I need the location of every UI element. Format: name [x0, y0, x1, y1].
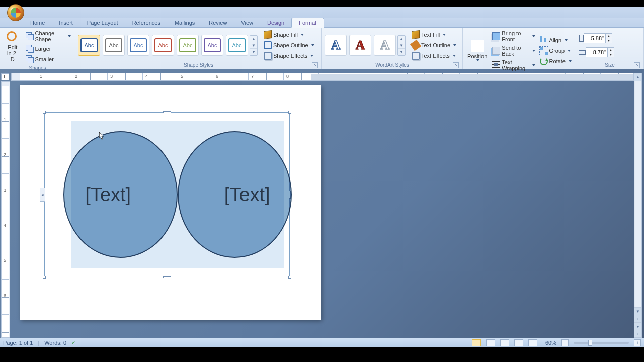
shape-style-item[interactable]: Abc: [226, 35, 248, 56]
position-button[interactable]: Position: [465, 39, 489, 63]
text-effects-button[interactable]: Text Effects: [410, 51, 458, 61]
rotate-button[interactable]: Rotate: [538, 56, 573, 66]
shape-fill-button[interactable]: Shape Fill: [262, 30, 316, 40]
tab-references[interactable]: References: [125, 18, 168, 27]
venn-diagram[interactable]: [Text] [Text]: [75, 131, 280, 258]
scroll-down-icon[interactable]: ▼: [634, 307, 641, 315]
status-page[interactable]: Page: 1 of 1: [3, 340, 33, 346]
wrap-icon: [492, 61, 500, 69]
prev-page-icon[interactable]: ◦: [634, 315, 641, 322]
text-fill-button[interactable]: Text Fill: [410, 30, 458, 40]
horizontal-ruler[interactable]: 12345678: [11, 73, 634, 81]
gallery-more-icon[interactable]: ▾: [250, 49, 257, 55]
venn-circle-left[interactable]: [Text]: [63, 131, 178, 258]
width-input[interactable]: [586, 47, 608, 57]
shape-style-gallery[interactable]: AbcAbcAbcAbcAbcAbcAbc: [78, 35, 248, 56]
dialog-launcher-icon[interactable]: ↘: [453, 62, 459, 68]
wordart-style-item[interactable]: A: [374, 35, 396, 56]
dialog-launcher-icon[interactable]: ↘: [312, 62, 318, 68]
scroll-up-icon[interactable]: ▲: [634, 73, 641, 81]
tab-home[interactable]: Home: [23, 18, 52, 27]
zoom-in-button[interactable]: +: [634, 339, 641, 346]
status-words[interactable]: Words: 0: [44, 340, 66, 346]
shape-style-item[interactable]: Abc: [201, 35, 223, 56]
tab-selector[interactable]: L: [1, 73, 9, 80]
shape-style-item[interactable]: Abc: [78, 35, 100, 56]
group-label-wordart: WordArt Styles ↘: [325, 61, 460, 69]
office-button[interactable]: [7, 4, 24, 21]
smaller-button[interactable]: Smaller: [24, 54, 72, 64]
shape-style-item[interactable]: Abc: [103, 35, 125, 56]
text-wrapping-button[interactable]: Text Wrapping: [491, 58, 536, 72]
height-icon: [579, 35, 584, 42]
send-back-icon: [492, 47, 500, 55]
resize-handle[interactable]: [43, 111, 46, 114]
wordart-style-item[interactable]: A: [349, 35, 371, 56]
shape-style-item[interactable]: Abc: [177, 35, 199, 56]
vertical-scrollbar[interactable]: ▲ ▼ ◦ ● ◦: [634, 73, 642, 338]
send-to-back-button[interactable]: Send to Back: [491, 44, 536, 58]
shape-style-item[interactable]: Abc: [152, 35, 174, 56]
view-draft[interactable]: [528, 339, 537, 346]
group-button[interactable]: Group: [538, 46, 573, 56]
view-outline[interactable]: [514, 339, 523, 346]
change-shape-button[interactable]: Change Shape: [24, 29, 72, 43]
vertical-ruler[interactable]: 123456: [1, 81, 10, 338]
tab-view[interactable]: View: [234, 18, 260, 27]
resize-handle[interactable]: [163, 111, 171, 113]
resize-handle[interactable]: [163, 276, 171, 278]
view-web-layout[interactable]: [500, 339, 509, 346]
zoom-level[interactable]: 60%: [545, 340, 556, 346]
gallery-down-icon[interactable]: ▼: [250, 42, 257, 49]
tab-insert[interactable]: Insert: [52, 18, 80, 27]
dialog-launcher-icon[interactable]: ↘: [634, 62, 640, 68]
wordart-gallery[interactable]: AAA: [325, 35, 396, 56]
smaller-icon: [26, 55, 34, 63]
tab-design[interactable]: Design: [260, 18, 291, 27]
align-icon: [540, 36, 548, 44]
spellcheck-icon[interactable]: ✓: [71, 339, 76, 346]
shape-width-field[interactable]: ▲▼: [579, 47, 614, 57]
shape-outline-button[interactable]: Shape Outline: [262, 40, 316, 50]
resize-handle[interactable]: [288, 276, 291, 279]
tab-review[interactable]: Review: [202, 18, 234, 27]
resize-handle[interactable]: [43, 276, 46, 279]
shape-style-item[interactable]: Abc: [127, 35, 149, 56]
gallery-up-icon[interactable]: ▲: [250, 36, 257, 42]
browse-object-icon[interactable]: ●: [634, 322, 641, 330]
text-pane-toggle[interactable]: ◂: [40, 188, 45, 202]
smartart-frame[interactable]: ◂ [Text] [Text]: [44, 112, 290, 277]
height-input[interactable]: [584, 33, 606, 43]
zoom-out-button[interactable]: −: [561, 339, 569, 346]
zoom-slider[interactable]: [574, 342, 629, 344]
group-label-shape-styles: Shape Styles ↘: [78, 61, 319, 69]
larger-button[interactable]: Larger: [24, 44, 72, 54]
venn-text-right[interactable]: [Text]: [224, 184, 270, 206]
bucket-icon: [264, 30, 272, 39]
shape-height-field[interactable]: ▲▼: [579, 33, 612, 43]
gallery-scroll[interactable]: ▲ ▼ ▾: [250, 35, 258, 56]
shape-effects-button[interactable]: Shape Effects: [262, 51, 316, 61]
tab-format[interactable]: Format: [291, 18, 324, 28]
wordart-gallery-scroll[interactable]: ▲▼▾: [397, 35, 406, 56]
view-print-layout[interactable]: [472, 339, 481, 346]
tab-mailings[interactable]: Mailings: [168, 18, 202, 27]
next-page-icon[interactable]: ◦: [634, 330, 641, 337]
effects-icon: [264, 52, 272, 60]
align-button[interactable]: Align: [538, 35, 573, 45]
height-spinner[interactable]: ▲▼: [606, 33, 612, 43]
bring-to-front-button[interactable]: Bring to Front: [491, 29, 536, 43]
text-outline-button[interactable]: Text Outline: [410, 40, 458, 50]
width-spinner[interactable]: ▲▼: [608, 47, 614, 57]
wordart-style-item[interactable]: A: [325, 35, 347, 56]
venn-circle-right[interactable]: [Text]: [178, 131, 292, 258]
group-icon: [540, 47, 548, 55]
edit-in-2d-button[interactable]: Edit in 2-D: [3, 30, 23, 64]
resize-handle[interactable]: [288, 111, 291, 114]
document-page[interactable]: ◂ [Text] [Text]: [20, 85, 321, 320]
smartart-canvas[interactable]: [Text] [Text]: [71, 121, 284, 268]
view-full-screen[interactable]: [486, 339, 495, 346]
tab-page-layout[interactable]: Page Layout: [80, 18, 125, 27]
width-icon: [579, 50, 586, 55]
venn-text-left[interactable]: [Text]: [85, 184, 131, 206]
